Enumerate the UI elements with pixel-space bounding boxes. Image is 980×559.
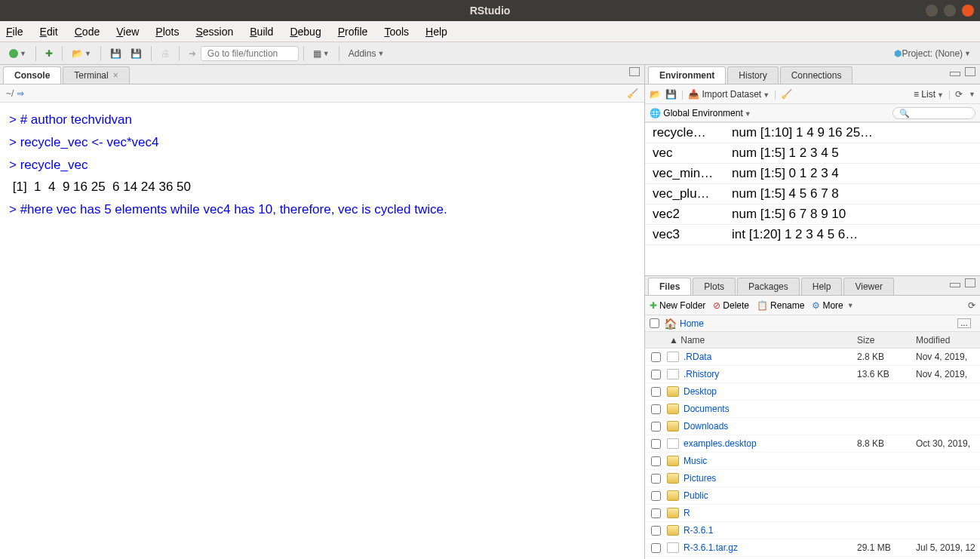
menu-view[interactable]: View xyxy=(116,26,139,38)
env-search-input[interactable] xyxy=(892,107,975,119)
close-icon[interactable]: × xyxy=(113,70,118,81)
file-checkbox[interactable] xyxy=(651,439,661,449)
file-name[interactable]: .Rhistory xyxy=(684,369,857,379)
maximize-pane-icon[interactable] xyxy=(965,278,975,287)
console-body[interactable]: > # author techvidvan> recycle_vec <- ve… xyxy=(0,103,644,559)
menu-profile[interactable]: Profile xyxy=(338,26,368,38)
addins-button[interactable]: Addins▼ xyxy=(346,47,388,60)
file-checkbox[interactable] xyxy=(651,370,661,379)
file-row[interactable]: Music xyxy=(645,453,980,470)
clear-env-icon[interactable]: 🧹 xyxy=(781,89,792,100)
save-workspace-icon[interactable]: 💾 xyxy=(665,89,677,100)
refresh-icon[interactable] xyxy=(968,300,975,311)
open-file-button[interactable]: 📂▼ xyxy=(69,47,94,60)
file-name[interactable]: R xyxy=(684,508,857,518)
home-icon[interactable]: 🏠 xyxy=(664,318,677,330)
new-file-button[interactable]: ▼ xyxy=(6,48,29,60)
env-variable-row[interactable]: vec3int [1:20] 1 2 3 4 5 6… xyxy=(645,225,980,245)
env-variable-row[interactable]: vec2num [1:5] 6 7 8 9 10 xyxy=(645,204,980,225)
save-button[interactable]: 💾 xyxy=(107,47,124,60)
view-mode-button[interactable]: ≡ List▼ xyxy=(914,89,944,100)
file-name[interactable]: Music xyxy=(684,456,857,466)
select-all-checkbox[interactable] xyxy=(650,318,659,328)
file-name[interactable]: Documents xyxy=(684,404,857,414)
file-row[interactable]: Desktop xyxy=(645,383,980,401)
close-icon[interactable] xyxy=(962,5,974,17)
file-name[interactable]: Downloads xyxy=(684,421,857,432)
file-name[interactable]: Desktop xyxy=(684,386,857,397)
file-name[interactable]: examples.desktop xyxy=(684,438,857,449)
file-name[interactable]: R-3.6.1 xyxy=(684,525,857,536)
file-row[interactable]: examples.desktop8.8 KBOct 30, 2019, xyxy=(645,435,980,453)
file-row[interactable]: R-3.6.1.tar.gz29.1 MBJul 5, 2019, 12 xyxy=(645,539,980,557)
new-project-button[interactable]: ✚ xyxy=(42,47,56,60)
file-name[interactable]: Pictures xyxy=(684,473,857,484)
file-row[interactable]: Public xyxy=(645,487,980,505)
project-menu[interactable]: ⬢ Project: (None)▼ xyxy=(891,47,974,60)
goto-button[interactable]: ➜ xyxy=(186,47,199,60)
file-checkbox[interactable] xyxy=(651,526,661,536)
col-modified[interactable]: Modified xyxy=(916,335,980,346)
minimize-pane-icon[interactable] xyxy=(950,72,960,76)
file-checkbox[interactable] xyxy=(651,422,661,432)
tab-history[interactable]: History xyxy=(727,66,778,84)
maximize-pane-icon[interactable] xyxy=(965,67,975,76)
file-row[interactable]: Documents xyxy=(645,401,980,418)
file-checkbox[interactable] xyxy=(651,456,661,466)
env-variable-row[interactable]: recycle…num [1:10] 1 4 9 16 25… xyxy=(645,123,980,143)
tab-viewer[interactable]: Viewer xyxy=(843,278,893,295)
path-more-icon[interactable]: … xyxy=(957,318,971,328)
env-variable-row[interactable]: vecnum [1:5] 1 2 3 4 5 xyxy=(645,143,980,164)
tab-help[interactable]: Help xyxy=(801,278,843,295)
file-checkbox[interactable] xyxy=(651,387,661,397)
delete-button[interactable]: ⊘Delete xyxy=(713,300,749,311)
browse-dir-icon[interactable]: ⇒ xyxy=(17,88,24,99)
env-variable-row[interactable]: vec_min…num [1:5] 0 1 2 3 4 xyxy=(645,164,980,184)
goto-input[interactable] xyxy=(201,46,299,61)
file-checkbox[interactable] xyxy=(651,352,661,362)
tab-plots[interactable]: Plots xyxy=(693,278,736,295)
minimize-pane-icon[interactable] xyxy=(950,283,960,287)
print-button[interactable]: 🖨 xyxy=(158,47,173,60)
col-name[interactable]: ▲ Name xyxy=(666,335,857,346)
load-workspace-icon[interactable]: 📂 xyxy=(650,89,661,100)
menu-code[interactable]: Code xyxy=(75,26,100,38)
file-checkbox[interactable] xyxy=(651,508,661,518)
tab-connections[interactable]: Connections xyxy=(780,66,853,84)
refresh-icon[interactable] xyxy=(955,89,963,100)
file-checkbox[interactable] xyxy=(651,543,661,553)
env-scope-button[interactable]: 🌐 Global Environment▼ xyxy=(650,108,751,118)
more-button[interactable]: ⚙More▼ xyxy=(812,300,853,311)
clear-console-icon[interactable]: 🧹 xyxy=(627,88,638,99)
minimize-icon[interactable] xyxy=(926,5,938,17)
menu-session[interactable]: Session xyxy=(195,26,233,38)
file-checkbox[interactable] xyxy=(651,491,661,501)
env-variable-row[interactable]: vec_plu…num [1:5] 4 5 6 7 8 xyxy=(645,184,980,204)
file-name[interactable]: Public xyxy=(684,490,857,501)
grid-button[interactable]: ▦▼ xyxy=(310,47,333,60)
maximize-icon[interactable] xyxy=(944,5,956,17)
import-dataset-button[interactable]: 📥 Import Dataset▼ xyxy=(688,89,770,100)
menu-debug[interactable]: Debug xyxy=(290,26,321,38)
col-size[interactable]: Size xyxy=(857,335,916,346)
tab-files[interactable]: Files xyxy=(648,278,691,295)
file-row[interactable]: Downloads xyxy=(645,418,980,435)
menu-tools[interactable]: Tools xyxy=(384,26,409,38)
menu-edit[interactable]: Edit xyxy=(40,26,58,38)
file-checkbox[interactable] xyxy=(651,404,661,414)
tab-packages[interactable]: Packages xyxy=(737,278,800,295)
rename-button[interactable]: 📋Rename xyxy=(757,300,804,311)
menu-build[interactable]: Build xyxy=(250,26,273,38)
file-row[interactable]: Pictures xyxy=(645,470,980,487)
tab-environment[interactable]: Environment xyxy=(648,66,726,84)
pane-layout-icon[interactable] xyxy=(629,67,640,76)
tab-terminal[interactable]: Terminal× xyxy=(63,66,129,84)
file-row[interactable]: .Rhistory13.6 KBNov 4, 2019, xyxy=(645,366,980,383)
save-all-button[interactable]: 💾 xyxy=(127,47,145,60)
file-name[interactable]: .RData xyxy=(684,352,857,362)
file-row[interactable]: R-3.6.1 xyxy=(645,522,980,539)
menu-plots[interactable]: Plots xyxy=(155,26,179,38)
file-row[interactable]: R xyxy=(645,505,980,522)
tab-console[interactable]: Console xyxy=(3,66,61,84)
new-folder-button[interactable]: ✚New Folder xyxy=(650,300,705,311)
